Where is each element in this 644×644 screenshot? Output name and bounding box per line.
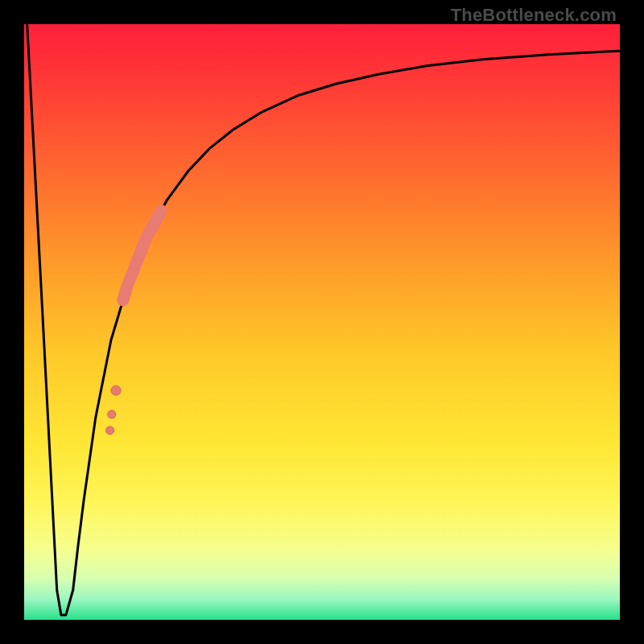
watermark-text: TheBottleneck.com [451, 5, 617, 26]
marker-dots [106, 386, 121, 435]
marker-dot [111, 386, 121, 395]
bottleneck-curve [27, 24, 620, 615]
marker-dot [106, 427, 114, 435]
plot-area [24, 24, 620, 620]
highlight-band [123, 211, 161, 300]
chart-frame: TheBottleneck.com [0, 0, 644, 644]
curve-layer [24, 24, 620, 620]
marker-dot [108, 411, 116, 419]
